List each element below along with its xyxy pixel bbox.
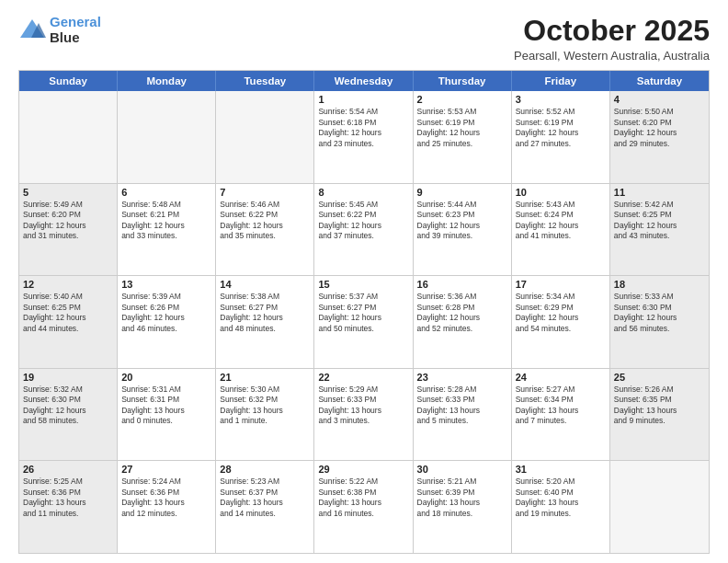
calendar-cell: 21Sunrise: 5:30 AM Sunset: 6:32 PM Dayli… bbox=[216, 369, 314, 461]
calendar-row: 5Sunrise: 5:49 AM Sunset: 6:20 PM Daylig… bbox=[19, 183, 709, 276]
day-number: 12 bbox=[23, 279, 113, 290]
day-info: Sunrise: 5:20 AM Sunset: 6:40 PM Dayligh… bbox=[516, 477, 606, 519]
day-number: 26 bbox=[23, 464, 113, 475]
calendar-cell: 6Sunrise: 5:48 AM Sunset: 6:21 PM Daylig… bbox=[118, 184, 216, 276]
calendar-cell bbox=[19, 91, 118, 183]
title-block: October 2025 Pearsall, Western Australia… bbox=[514, 15, 710, 63]
day-number: 6 bbox=[121, 187, 211, 198]
day-number: 28 bbox=[220, 464, 310, 475]
calendar-cell: 27Sunrise: 5:24 AM Sunset: 6:36 PM Dayli… bbox=[118, 461, 216, 553]
weekday-header: Wednesday bbox=[314, 71, 413, 91]
calendar-cell: 24Sunrise: 5:27 AM Sunset: 6:34 PM Dayli… bbox=[512, 369, 610, 461]
calendar-cell bbox=[610, 461, 709, 553]
day-number: 2 bbox=[417, 94, 507, 105]
calendar-cell bbox=[118, 91, 216, 183]
day-info: Sunrise: 5:27 AM Sunset: 6:34 PM Dayligh… bbox=[516, 385, 606, 427]
calendar-cell: 8Sunrise: 5:45 AM Sunset: 6:22 PM Daylig… bbox=[314, 184, 413, 276]
weekday-header: Saturday bbox=[610, 71, 709, 91]
weekday-header: Tuesday bbox=[216, 71, 314, 91]
day-number: 10 bbox=[516, 187, 606, 198]
day-number: 5 bbox=[23, 187, 113, 198]
day-number: 4 bbox=[614, 94, 705, 105]
day-info: Sunrise: 5:50 AM Sunset: 6:20 PM Dayligh… bbox=[614, 107, 705, 149]
day-number: 17 bbox=[516, 279, 606, 290]
day-info: Sunrise: 5:43 AM Sunset: 6:24 PM Dayligh… bbox=[516, 200, 606, 242]
day-info: Sunrise: 5:39 AM Sunset: 6:26 PM Dayligh… bbox=[121, 292, 211, 334]
calendar: SundayMondayTuesdayWednesdayThursdayFrid… bbox=[18, 70, 710, 554]
day-info: Sunrise: 5:53 AM Sunset: 6:19 PM Dayligh… bbox=[417, 107, 507, 149]
day-info: Sunrise: 5:24 AM Sunset: 6:36 PM Dayligh… bbox=[121, 477, 211, 519]
calendar-cell: 2Sunrise: 5:53 AM Sunset: 6:19 PM Daylig… bbox=[414, 91, 512, 183]
calendar-body: 1Sunrise: 5:54 AM Sunset: 6:18 PM Daylig… bbox=[19, 91, 709, 553]
calendar-cell: 11Sunrise: 5:42 AM Sunset: 6:25 PM Dayli… bbox=[610, 184, 709, 276]
day-info: Sunrise: 5:31 AM Sunset: 6:31 PM Dayligh… bbox=[121, 385, 211, 427]
calendar-cell bbox=[216, 91, 314, 183]
calendar-cell: 7Sunrise: 5:46 AM Sunset: 6:22 PM Daylig… bbox=[216, 184, 314, 276]
day-info: Sunrise: 5:26 AM Sunset: 6:35 PM Dayligh… bbox=[614, 385, 705, 427]
logo: General Blue bbox=[18, 15, 101, 45]
day-info: Sunrise: 5:28 AM Sunset: 6:33 PM Dayligh… bbox=[417, 385, 507, 427]
day-info: Sunrise: 5:46 AM Sunset: 6:22 PM Dayligh… bbox=[220, 200, 310, 242]
calendar-row: 19Sunrise: 5:32 AM Sunset: 6:30 PM Dayli… bbox=[19, 368, 709, 461]
day-number: 9 bbox=[417, 187, 507, 198]
day-number: 16 bbox=[417, 279, 507, 290]
day-info: Sunrise: 5:37 AM Sunset: 6:27 PM Dayligh… bbox=[318, 292, 408, 334]
subtitle: Pearsall, Western Australia, Australia bbox=[514, 49, 710, 63]
day-info: Sunrise: 5:40 AM Sunset: 6:25 PM Dayligh… bbox=[23, 292, 113, 334]
day-number: 20 bbox=[121, 372, 211, 383]
day-number: 30 bbox=[417, 464, 507, 475]
day-number: 13 bbox=[121, 279, 211, 290]
weekday-header: Sunday bbox=[19, 71, 118, 91]
day-number: 11 bbox=[614, 187, 705, 198]
logo-icon bbox=[18, 17, 46, 43]
day-info: Sunrise: 5:49 AM Sunset: 6:20 PM Dayligh… bbox=[23, 200, 113, 242]
day-number: 29 bbox=[318, 464, 408, 475]
day-number: 3 bbox=[516, 94, 606, 105]
day-number: 1 bbox=[318, 94, 408, 105]
day-number: 22 bbox=[318, 372, 408, 383]
day-info: Sunrise: 5:32 AM Sunset: 6:30 PM Dayligh… bbox=[23, 385, 113, 427]
calendar-cell: 22Sunrise: 5:29 AM Sunset: 6:33 PM Dayli… bbox=[314, 369, 413, 461]
calendar-cell: 25Sunrise: 5:26 AM Sunset: 6:35 PM Dayli… bbox=[610, 369, 709, 461]
day-number: 24 bbox=[516, 372, 606, 383]
calendar-cell: 16Sunrise: 5:36 AM Sunset: 6:28 PM Dayli… bbox=[414, 276, 512, 368]
weekday-header: Monday bbox=[118, 71, 216, 91]
calendar-cell: 28Sunrise: 5:23 AM Sunset: 6:37 PM Dayli… bbox=[216, 461, 314, 553]
calendar-cell: 4Sunrise: 5:50 AM Sunset: 6:20 PM Daylig… bbox=[610, 91, 709, 183]
day-info: Sunrise: 5:42 AM Sunset: 6:25 PM Dayligh… bbox=[614, 200, 705, 242]
day-info: Sunrise: 5:48 AM Sunset: 6:21 PM Dayligh… bbox=[121, 200, 211, 242]
calendar-cell: 23Sunrise: 5:28 AM Sunset: 6:33 PM Dayli… bbox=[414, 369, 512, 461]
day-info: Sunrise: 5:22 AM Sunset: 6:38 PM Dayligh… bbox=[318, 477, 408, 519]
calendar-row: 26Sunrise: 5:25 AM Sunset: 6:36 PM Dayli… bbox=[19, 460, 709, 553]
day-info: Sunrise: 5:38 AM Sunset: 6:27 PM Dayligh… bbox=[220, 292, 310, 334]
calendar-cell: 12Sunrise: 5:40 AM Sunset: 6:25 PM Dayli… bbox=[19, 276, 118, 368]
calendar-cell: 30Sunrise: 5:21 AM Sunset: 6:39 PM Dayli… bbox=[414, 461, 512, 553]
day-info: Sunrise: 5:36 AM Sunset: 6:28 PM Dayligh… bbox=[417, 292, 507, 334]
calendar-cell: 31Sunrise: 5:20 AM Sunset: 6:40 PM Dayli… bbox=[512, 461, 610, 553]
day-info: Sunrise: 5:44 AM Sunset: 6:23 PM Dayligh… bbox=[417, 200, 507, 242]
day-info: Sunrise: 5:25 AM Sunset: 6:36 PM Dayligh… bbox=[23, 477, 113, 519]
day-number: 21 bbox=[220, 372, 310, 383]
page: General Blue October 2025 Pearsall, West… bbox=[0, 0, 728, 563]
day-info: Sunrise: 5:54 AM Sunset: 6:18 PM Dayligh… bbox=[318, 107, 408, 149]
day-info: Sunrise: 5:33 AM Sunset: 6:30 PM Dayligh… bbox=[614, 292, 705, 334]
calendar-cell: 9Sunrise: 5:44 AM Sunset: 6:23 PM Daylig… bbox=[414, 184, 512, 276]
calendar-cell: 13Sunrise: 5:39 AM Sunset: 6:26 PM Dayli… bbox=[118, 276, 216, 368]
calendar-row: 1Sunrise: 5:54 AM Sunset: 6:18 PM Daylig… bbox=[19, 91, 709, 183]
weekday-header: Thursday bbox=[414, 71, 512, 91]
header: General Blue October 2025 Pearsall, West… bbox=[18, 15, 710, 63]
day-number: 7 bbox=[220, 187, 310, 198]
day-info: Sunrise: 5:52 AM Sunset: 6:19 PM Dayligh… bbox=[516, 107, 606, 149]
calendar-cell: 10Sunrise: 5:43 AM Sunset: 6:24 PM Dayli… bbox=[512, 184, 610, 276]
calendar-cell: 19Sunrise: 5:32 AM Sunset: 6:30 PM Dayli… bbox=[19, 369, 118, 461]
month-title: October 2025 bbox=[514, 15, 710, 47]
day-info: Sunrise: 5:23 AM Sunset: 6:37 PM Dayligh… bbox=[220, 477, 310, 519]
calendar-cell: 14Sunrise: 5:38 AM Sunset: 6:27 PM Dayli… bbox=[216, 276, 314, 368]
day-number: 14 bbox=[220, 279, 310, 290]
day-number: 18 bbox=[614, 279, 705, 290]
calendar-cell: 17Sunrise: 5:34 AM Sunset: 6:29 PM Dayli… bbox=[512, 276, 610, 368]
calendar-cell: 26Sunrise: 5:25 AM Sunset: 6:36 PM Dayli… bbox=[19, 461, 118, 553]
calendar-cell: 29Sunrise: 5:22 AM Sunset: 6:38 PM Dayli… bbox=[314, 461, 413, 553]
calendar-cell: 15Sunrise: 5:37 AM Sunset: 6:27 PM Dayli… bbox=[314, 276, 413, 368]
weekday-header: Friday bbox=[512, 71, 610, 91]
